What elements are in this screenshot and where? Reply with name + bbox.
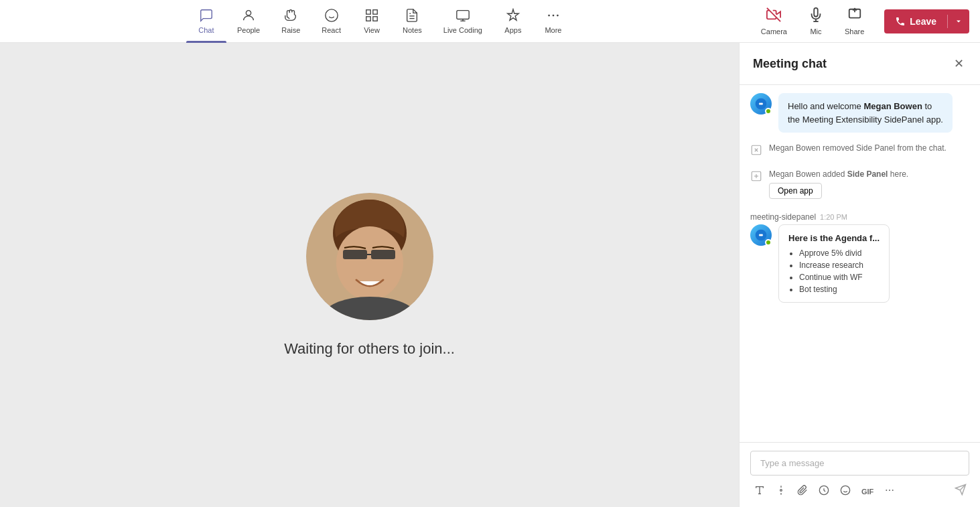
camera-button[interactable]: Camera [754, 3, 794, 40]
share-label: Share [845, 27, 864, 35]
attach-button[interactable] [793, 482, 812, 501]
emoji-button[interactable] [836, 482, 855, 501]
svg-point-40 [780, 489, 782, 491]
agenda-item-4: Bot testing [799, 285, 880, 294]
nav-label-more: More [545, 26, 561, 34]
priority-button[interactable] [772, 482, 790, 501]
live-coding-icon [456, 8, 470, 25]
svg-rect-6 [366, 17, 370, 21]
nav-label-view: View [364, 26, 380, 34]
nav-label-apps: Apps [504, 26, 521, 34]
system-message-added: Megan Bowen added Side Panel here. Open … [750, 169, 969, 199]
svg-point-0 [246, 11, 251, 15]
message-placeholder: Type a message [760, 458, 824, 468]
bot-avatar-2 [750, 224, 772, 246]
mic-button[interactable]: Mic [802, 3, 830, 40]
agenda-card: Here is the Agenda f... Approve 5% divid… [778, 224, 890, 303]
chat-title: Meeting chat [753, 57, 827, 71]
online-indicator [765, 108, 772, 115]
chevron-down-icon [955, 17, 963, 25]
chat-header: Meeting chat ✕ [740, 43, 980, 85]
raise-icon [283, 8, 298, 25]
nav-label-react: React [322, 26, 341, 34]
svg-point-14 [553, 15, 555, 17]
close-chat-button[interactable]: ✕ [951, 54, 967, 74]
view-icon [364, 8, 379, 25]
mic-icon [809, 7, 823, 25]
apps-icon [506, 8, 520, 25]
nav-bar: Chat People Raise React View [186, 0, 573, 43]
share-button[interactable]: Share [838, 3, 871, 40]
nav-item-raise[interactable]: Raise [271, 0, 311, 43]
message-input[interactable]: Type a message [750, 451, 969, 476]
card-sender-name: meeting-sidepanel [750, 212, 816, 222]
svg-point-44 [886, 490, 888, 491]
open-app-button[interactable]: Open app [769, 183, 822, 199]
leave-dropdown-button[interactable] [948, 9, 969, 33]
chat-input-area: Type a message GIF [740, 442, 980, 507]
system-message-removed: Megan Bowen removed Side Panel from the … [750, 143, 969, 159]
agenda-item-2: Increase research [799, 261, 880, 270]
loop-button[interactable] [815, 482, 833, 501]
agenda-items: Approve 5% divid Increase research Conti… [788, 248, 880, 294]
notes-icon [405, 8, 419, 25]
svg-point-13 [548, 15, 550, 17]
nav-item-view[interactable]: View [352, 0, 392, 43]
nav-item-people[interactable]: People [226, 0, 271, 43]
leave-button[interactable]: Leave [884, 9, 947, 33]
system-text-removed: Megan Bowen removed Side Panel from the … [769, 143, 947, 153]
system-added-content: Megan Bowen added Side Panel here. Open … [769, 169, 908, 199]
video-area: Waiting for others to join... [0, 43, 739, 507]
more-icon [546, 8, 561, 25]
svg-rect-10 [457, 11, 469, 19]
svg-point-41 [841, 486, 849, 494]
nav-label-raise: Raise [281, 26, 300, 34]
share-icon [847, 7, 862, 25]
toolbar: Chat People Raise React View [0, 0, 980, 43]
gif-button[interactable]: GIF [857, 485, 878, 498]
nav-item-chat[interactable]: Chat [186, 0, 226, 43]
svg-point-1 [326, 9, 338, 21]
bot-avatar-1 [750, 93, 772, 115]
camera-off-icon [766, 7, 781, 25]
camera-label: Camera [761, 27, 787, 35]
svg-rect-5 [373, 10, 377, 14]
send-button[interactable] [952, 481, 969, 502]
nav-item-more[interactable]: More [533, 0, 573, 43]
leave-label: Leave [910, 16, 936, 27]
svg-rect-7 [373, 17, 377, 21]
agenda-item-1: Approve 5% divid [799, 248, 880, 258]
nav-label-chat: Chat [198, 26, 214, 34]
svg-point-24 [336, 226, 403, 300]
nav-item-live-coding[interactable]: Live Coding [433, 0, 493, 43]
mic-label: Mic [810, 27, 821, 35]
main-content: Waiting for others to join... Meeting ch… [0, 43, 980, 507]
more-options-button[interactable] [880, 482, 899, 501]
card-time: 1:20 PM [820, 213, 847, 221]
react-icon [324, 8, 339, 25]
leave-button-group: Leave [884, 9, 969, 33]
chat-toolbar: GIF [750, 481, 969, 502]
people-icon [241, 8, 256, 25]
online-indicator-2 [765, 239, 772, 246]
nav-item-apps[interactable]: Apps [493, 0, 533, 43]
nav-label-people: People [237, 26, 260, 34]
phone-icon [895, 16, 906, 27]
format-button[interactable] [750, 482, 769, 501]
nav-item-notes[interactable]: Notes [392, 0, 433, 43]
svg-rect-26 [371, 250, 395, 259]
system-icon-1 [750, 144, 762, 159]
toolbar-right: Camera Mic Share Leave [754, 3, 975, 40]
svg-rect-25 [343, 250, 367, 259]
card-sender-row: meeting-sidepanel 1:20 PM [750, 212, 969, 222]
svg-point-45 [889, 490, 890, 491]
waiting-text: Waiting for others to join... [284, 340, 455, 358]
nav-item-react[interactable]: React [311, 0, 352, 43]
chat-panel: Meeting chat ✕ Hello and welcome Megan B… [739, 43, 980, 507]
svg-rect-4 [366, 10, 370, 14]
chat-messages: Hello and welcome Megan Bowen to the Mee… [740, 85, 980, 442]
card-message-container: meeting-sidepanel 1:20 PM Here is the Ag… [750, 212, 969, 303]
participant-avatar [306, 193, 433, 320]
svg-point-15 [557, 15, 559, 17]
chat-icon [199, 8, 214, 25]
